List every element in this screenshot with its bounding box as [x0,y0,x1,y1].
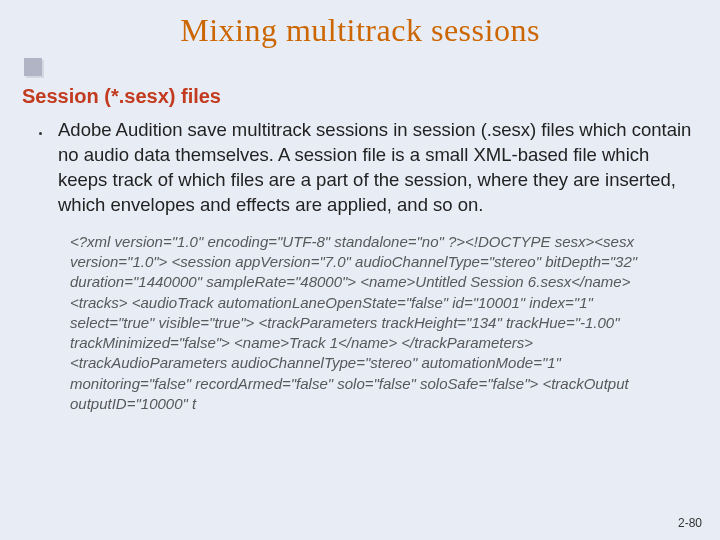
slide-title: Mixing multitrack sessions [0,12,720,49]
section-heading: Session (*.sesx) files [22,85,698,108]
bullet-list: Adobe Audition save multitrack sessions … [22,118,698,218]
bullet-item: Adobe Audition save multitrack sessions … [52,118,698,218]
slide-content: Session (*.sesx) files Adobe Audition sa… [22,85,698,414]
decorative-square [24,58,42,76]
page-number: 2-80 [678,516,702,530]
code-sample: <?xml version="1.0" encoding="UTF-8" sta… [70,232,678,414]
